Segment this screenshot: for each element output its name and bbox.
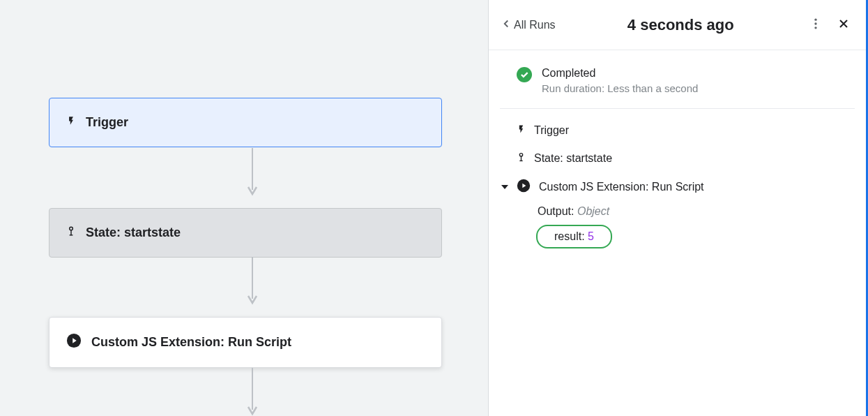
run-step-label: State: startstate bbox=[534, 152, 612, 165]
result-key: result: bbox=[554, 230, 585, 242]
expand-toggle-icon[interactable] bbox=[501, 185, 508, 189]
play-circle-icon bbox=[517, 179, 531, 195]
panel-header: All Runs 4 seconds ago bbox=[489, 0, 866, 50]
status-block: Completed Run duration: Less than a seco… bbox=[500, 50, 855, 109]
flow-arrow bbox=[56, 368, 449, 416]
more-vert-icon bbox=[809, 17, 823, 33]
flow-node-script[interactable]: Custom JS Extension: Run Script bbox=[49, 317, 442, 368]
panel-title: 4 seconds ago bbox=[556, 16, 806, 34]
play-circle-icon bbox=[66, 333, 82, 352]
status-subtitle: Run duration: Less than a second bbox=[542, 82, 698, 94]
lightning-icon bbox=[517, 123, 526, 138]
run-steps: Trigger State: startstate Custom JS Exte… bbox=[489, 109, 866, 248]
svg-point-9 bbox=[814, 27, 816, 29]
back-button[interactable]: All Runs bbox=[500, 17, 556, 33]
state-icon bbox=[517, 151, 526, 166]
run-step-label: Trigger bbox=[534, 124, 569, 137]
run-details-panel: All Runs 4 seconds ago Completed Run dur… bbox=[488, 0, 868, 416]
svg-point-8 bbox=[814, 22, 816, 24]
close-icon bbox=[837, 17, 851, 33]
state-icon bbox=[66, 224, 76, 242]
flow-node-state[interactable]: State: startstate bbox=[49, 208, 442, 258]
run-step-script[interactable]: Custom JS Extension: Run Script bbox=[501, 179, 849, 195]
flow-canvas[interactable]: Trigger State: startstate Custom JS Exte… bbox=[0, 0, 488, 416]
svg-point-10 bbox=[519, 154, 522, 156]
status-title: Completed bbox=[542, 67, 698, 80]
check-circle-icon bbox=[517, 67, 532, 82]
close-button[interactable] bbox=[834, 14, 853, 36]
flow-node-label: Custom JS Extension: Run Script bbox=[91, 335, 291, 350]
output-block: Output: Object result: 5 bbox=[538, 205, 849, 248]
run-step-trigger[interactable]: Trigger bbox=[517, 123, 849, 138]
chevron-left-icon bbox=[500, 17, 512, 33]
svg-point-7 bbox=[814, 19, 816, 21]
svg-point-1 bbox=[70, 227, 73, 230]
output-type: Object bbox=[577, 205, 609, 217]
run-step-state[interactable]: State: startstate bbox=[517, 151, 849, 166]
result-value: 5 bbox=[588, 230, 594, 242]
more-menu-button[interactable] bbox=[806, 14, 825, 36]
flow-arrow bbox=[56, 148, 449, 198]
flow-node-label: State: startstate bbox=[86, 225, 181, 240]
flow-node-label: Trigger bbox=[86, 115, 128, 130]
run-step-label: Custom JS Extension: Run Script bbox=[539, 181, 704, 193]
flow-arrow bbox=[56, 257, 449, 307]
output-label: Output: bbox=[538, 205, 574, 217]
flow-node-trigger[interactable]: Trigger bbox=[49, 98, 442, 147]
back-button-label: All Runs bbox=[514, 19, 556, 31]
lightning-icon bbox=[66, 114, 76, 131]
result-highlight: result: 5 bbox=[536, 225, 612, 248]
